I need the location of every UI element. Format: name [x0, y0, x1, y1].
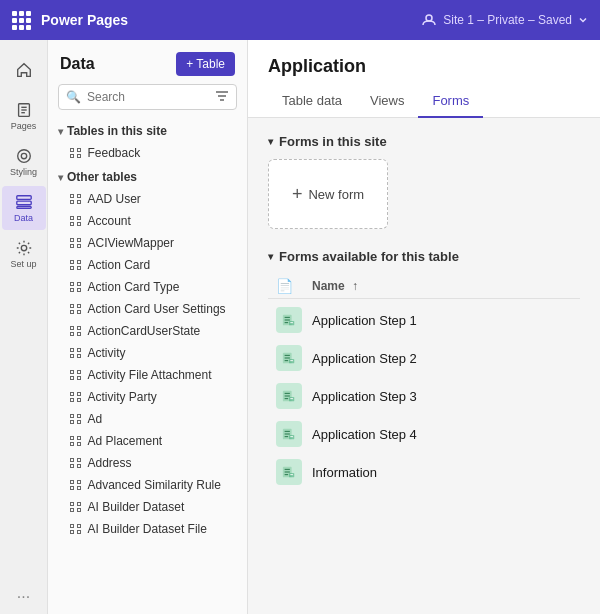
form-icon [276, 421, 302, 447]
table-item-ai-builder-dataset-file[interactable]: AI Builder Dataset File [48, 518, 247, 540]
sidebar-item-setup[interactable]: Set up [2, 232, 46, 276]
plus-icon: + [292, 184, 303, 205]
other-tables-header[interactable]: ▾ Other tables [48, 164, 247, 188]
grid-icon [70, 194, 82, 204]
form-row[interactable]: Application Step 4 [268, 415, 580, 453]
sidebar-setup-label: Set up [10, 259, 36, 269]
sidebar-item-data[interactable]: Data [2, 186, 46, 230]
grid-icon [70, 304, 82, 314]
sidebar-styling-label: Styling [10, 167, 37, 177]
sort-indicator: ↑ [352, 279, 358, 293]
grid-icon [70, 414, 82, 424]
forms-table-header: 📄 Name ↑ [268, 274, 580, 299]
data-panel-title: Data [60, 55, 95, 73]
table-item-activity-file-attachment[interactable]: Activity File Attachment [48, 364, 247, 386]
table-item-action-card[interactable]: Action Card [48, 254, 247, 276]
svg-point-10 [21, 245, 26, 250]
form-row[interactable]: Application Step 1 [268, 301, 580, 339]
grid-icon [70, 326, 82, 336]
table-item-feedback[interactable]: Feedback [48, 142, 247, 164]
grid-icon [70, 370, 82, 380]
svg-rect-8 [16, 201, 30, 205]
table-item-action-card-user-settings[interactable]: Action Card User Settings [48, 298, 247, 320]
app-grid-icon[interactable] [12, 11, 31, 30]
form-row[interactable]: Application Step 2 [268, 339, 580, 377]
table-item-ai-builder-dataset[interactable]: AI Builder Dataset [48, 496, 247, 518]
data-panel: Data + Table 🔍 ▾ Tables in this site Fee… [48, 40, 248, 614]
form-row[interactable]: Application Step 3 [268, 377, 580, 415]
content-title: Application [268, 56, 580, 77]
grid-icon [70, 502, 82, 512]
sidebar-item-home[interactable] [2, 48, 46, 92]
form-name: Application Step 1 [312, 313, 417, 328]
table-item-actioncarduserstate[interactable]: ActionCardUserState [48, 320, 247, 342]
tables-in-site-header[interactable]: ▾ Tables in this site [48, 118, 247, 142]
grid-icon [70, 436, 82, 446]
table-item-account[interactable]: Account [48, 210, 247, 232]
filter-icon[interactable] [215, 89, 229, 106]
grid-icon [70, 458, 82, 468]
grid-icon [70, 392, 82, 402]
new-form-card[interactable]: + New form [268, 159, 388, 229]
form-icon [276, 345, 302, 371]
form-name: Application Step 4 [312, 427, 417, 442]
svg-point-6 [21, 153, 26, 158]
svg-point-5 [17, 150, 30, 163]
sidebar-item-pages[interactable]: Pages [2, 94, 46, 138]
svg-rect-9 [16, 207, 30, 209]
table-item-ad-placement[interactable]: Ad Placement [48, 430, 247, 452]
tab-table-data[interactable]: Table data [268, 87, 356, 118]
tabs: Table data Views Forms [268, 87, 580, 117]
grid-icon [70, 480, 82, 490]
table-item-advanced-similarity-rule[interactable]: Advanced Similarity Rule [48, 474, 247, 496]
grid-icon [70, 282, 82, 292]
chevron-icon: ▾ [58, 126, 63, 137]
add-table-button[interactable]: + Table [176, 52, 235, 76]
form-row[interactable]: Information [268, 453, 580, 491]
chevron-icon: ▾ [268, 251, 273, 262]
sidebar-item-styling[interactable]: Styling [2, 140, 46, 184]
sidebar-data-label: Data [14, 213, 33, 223]
chevron-icon: ▾ [58, 172, 63, 183]
doc-icon: 📄 [276, 278, 293, 294]
name-column-header: Name ↑ [312, 279, 358, 293]
tables-list: ▾ Tables in this site Feedback ▾ Other t… [48, 118, 247, 614]
svg-rect-7 [16, 196, 30, 200]
grid-icon [70, 348, 82, 358]
form-icon [276, 307, 302, 333]
forms-in-site-toggle[interactable]: ▾ Forms in this site [268, 134, 580, 149]
sidebar-more-icon[interactable]: ··· [17, 588, 30, 606]
tab-views[interactable]: Views [356, 87, 418, 118]
table-item-activity-party[interactable]: Activity Party [48, 386, 247, 408]
search-bar: 🔍 [58, 84, 237, 110]
table-item-aad-user[interactable]: AAD User [48, 188, 247, 210]
grid-icon [70, 216, 82, 226]
table-item-activity[interactable]: Activity [48, 342, 247, 364]
forms-available-toggle[interactable]: ▾ Forms available for this table [268, 249, 580, 264]
form-name: Application Step 3 [312, 389, 417, 404]
icon-col-header: 📄 [276, 278, 304, 294]
grid-icon [70, 260, 82, 270]
sidebar-pages-label: Pages [11, 121, 37, 131]
table-item-aciviewmapper[interactable]: ACIViewMapper [48, 232, 247, 254]
table-item-action-card-type[interactable]: Action Card Type [48, 276, 247, 298]
app-title: Power Pages [41, 12, 128, 28]
search-input[interactable] [58, 84, 237, 110]
form-name: Application Step 2 [312, 351, 417, 366]
search-icon: 🔍 [66, 90, 81, 104]
content-area: Application Table data Views Forms ▾ For… [248, 40, 600, 614]
other-tables-list: AAD UserAccountACIViewMapperAction CardA… [48, 188, 247, 540]
content-body: ▾ Forms in this site + New form ▾ Forms … [248, 118, 600, 614]
form-icon [276, 383, 302, 409]
icon-sidebar: Pages Styling Data Set up ··· [0, 40, 48, 614]
form-name: Information [312, 465, 377, 480]
table-item-address[interactable]: Address [48, 452, 247, 474]
table-item-ad[interactable]: Ad [48, 408, 247, 430]
tab-forms[interactable]: Forms [418, 87, 483, 118]
content-header: Application Table data Views Forms [248, 40, 600, 118]
grid-icon [70, 238, 82, 248]
svg-point-0 [426, 15, 432, 21]
grid-icon [70, 148, 82, 158]
forms-list: Application Step 1 Application Step 2 Ap… [268, 301, 580, 491]
site-info: Site 1 – Private – Saved [421, 12, 588, 28]
